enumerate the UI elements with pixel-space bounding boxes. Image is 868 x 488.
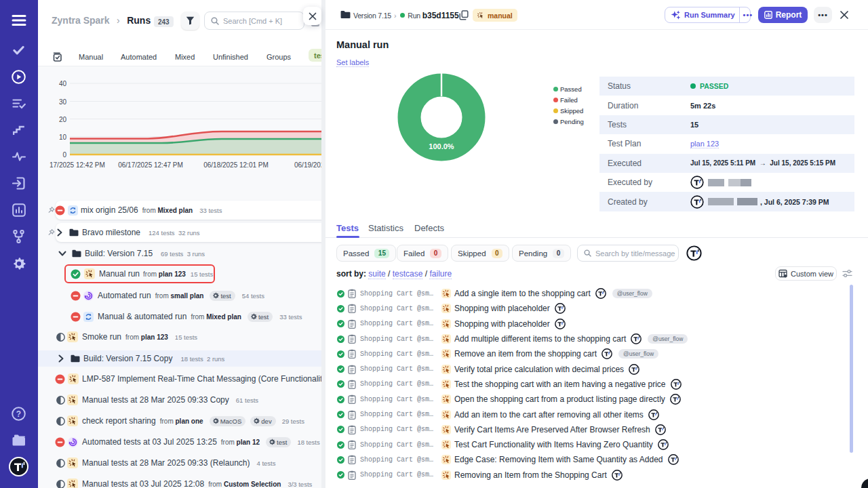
svg-text:100.0%: 100.0% (429, 142, 454, 150)
svg-text:06/17/2025 12:47 PM: 06/17/2025 12:47 PM (118, 161, 183, 169)
svg-text:17/2025 12:42 PM: 17/2025 12:42 PM (50, 161, 105, 169)
svg-text:20: 20 (59, 116, 67, 123)
svg-text:06/18/2025 12:01 PM: 06/18/2025 12:01 PM (203, 161, 269, 169)
svg-text:10: 10 (59, 134, 67, 141)
svg-text:06/19/2025: 06/19/2025 (294, 161, 321, 169)
svg-text:0: 0 (62, 151, 66, 159)
svg-text:?: ? (16, 409, 21, 419)
svg-text:40: 40 (59, 80, 67, 87)
svg-text:30: 30 (59, 98, 67, 106)
